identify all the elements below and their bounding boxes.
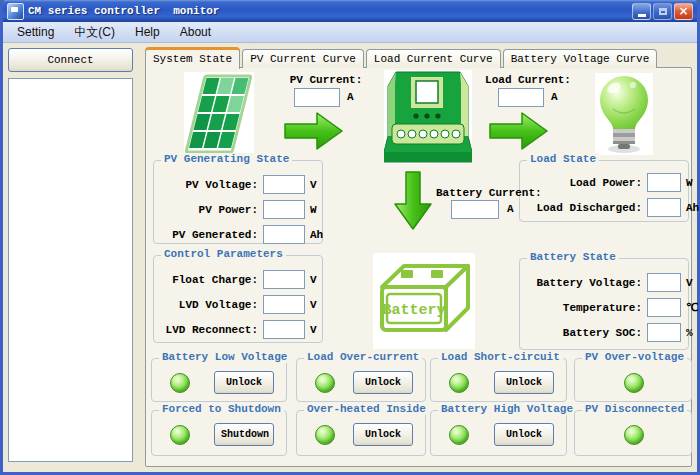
alarm-battery-high-voltage: Battery High Voltage Unlock: [430, 410, 567, 456]
lvd-reconnect-input[interactable]: [263, 320, 305, 339]
alarm-load-short-circuit: Load Short-circuit Unlock: [430, 358, 567, 402]
over-heated-inside-title: Over-heated Inside: [304, 403, 429, 415]
over-heated-inside-led-indicator: [315, 425, 335, 445]
pv-over-voltage-title: PV Over-voltage: [582, 351, 687, 363]
lvd-reconnect-unit: V: [310, 324, 317, 336]
controller-icon: [384, 70, 472, 164]
minimize-button[interactable]: [632, 3, 651, 20]
over-heated-inside-unlock-button[interactable]: Unlock: [353, 423, 413, 446]
battery-high-voltage-unlock-button[interactable]: Unlock: [494, 423, 554, 446]
load-over-current-led-indicator: [315, 373, 335, 393]
battery-icon-text: Battery: [382, 302, 445, 319]
load-power-input[interactable]: [647, 173, 681, 192]
tab-battery-voltage-curve[interactable]: Battery Voltage Curve: [503, 49, 658, 68]
load-short-circuit-title: Load Short-circuit: [438, 351, 563, 363]
temperature-input[interactable]: [647, 298, 681, 317]
control-parameters-title: Control Parameters: [161, 248, 286, 260]
forced-to-shutdown-led-indicator: [170, 425, 190, 445]
pv-generated-input[interactable]: [263, 225, 305, 244]
pv-power-unit: W: [310, 204, 317, 216]
battery-current-unit: A: [507, 203, 514, 215]
battery-low-voltage-unlock-button[interactable]: Unlock: [214, 371, 274, 394]
minimize-icon: [638, 14, 646, 17]
battery-current-input[interactable]: [451, 200, 499, 219]
load-short-circuit-unlock-button[interactable]: Unlock: [494, 371, 554, 394]
maximize-button[interactable]: [653, 3, 672, 20]
window-controls: ×: [632, 3, 693, 20]
pv-power-input[interactable]: [263, 200, 305, 219]
tab-system-state[interactable]: System State: [145, 47, 240, 69]
load-discharged-input[interactable]: [647, 198, 681, 217]
titlebar: CM series controller monitor ×: [3, 0, 697, 22]
client-area: Connect System State PV Current Curve Lo…: [3, 43, 697, 472]
battery-low-voltage-title: Battery Low Voltage: [159, 351, 290, 363]
tab-page-system-state: PV Current: A: [145, 67, 692, 467]
menu-help[interactable]: Help: [125, 24, 170, 40]
pv-current-unit: A: [347, 91, 354, 103]
pv-disconnected-led-indicator: [624, 425, 644, 445]
battery-soc-input[interactable]: [647, 323, 681, 342]
load-power-unit: W: [686, 177, 693, 189]
load-discharged-unit: Ah: [686, 202, 699, 214]
load-current-unit: A: [551, 91, 558, 103]
pv-disconnected-title: PV Disconnected: [582, 403, 687, 415]
float-charge-label: Float Charge:: [154, 274, 258, 286]
pv-current-label: PV Current:: [276, 74, 376, 86]
battery-soc-label: Battery SOC:: [520, 327, 642, 339]
menu-language[interactable]: 中文(C): [64, 23, 125, 42]
alarm-load-over-current: Load Over-current Unlock: [296, 358, 426, 402]
lvd-voltage-unit: V: [310, 299, 317, 311]
tab-pv-current-curve[interactable]: PV Current Curve: [242, 49, 364, 68]
control-parameters-group: Control Parameters Float Charge: V LVD V…: [153, 255, 323, 343]
lvd-voltage-input[interactable]: [263, 295, 305, 314]
pv-voltage-input[interactable]: [263, 175, 305, 194]
battery-low-voltage-led-indicator: [170, 373, 190, 393]
load-state-title: Load State: [527, 153, 599, 165]
app-icon: [7, 3, 24, 20]
battery-state-group: Battery State Battery Voltage: V Tempera…: [519, 258, 689, 350]
battery-current-label: Battery Current:: [436, 187, 542, 199]
load-discharged-label: Load Discharged:: [520, 202, 642, 214]
alarm-pv-over-voltage: PV Over-voltage: [574, 358, 692, 402]
alarm-battery-low-voltage: Battery Low Voltage Unlock: [151, 358, 287, 402]
close-button[interactable]: ×: [674, 3, 693, 20]
battery-voltage-input[interactable]: [647, 273, 681, 292]
float-charge-input[interactable]: [263, 270, 305, 289]
light-bulb-icon: [595, 73, 653, 155]
window-title: CM series controller monitor: [28, 5, 628, 17]
battery-soc-unit: %: [686, 327, 693, 339]
maximize-icon: [659, 8, 667, 15]
pv-current-input[interactable]: [294, 88, 340, 107]
battery-high-voltage-title: Battery High Voltage: [438, 403, 576, 415]
battery-high-voltage-led-indicator: [449, 425, 469, 445]
temperature-unit: ℃: [686, 301, 698, 314]
tab-load-current-curve[interactable]: Load Current Curve: [366, 49, 501, 68]
battery-state-title: Battery State: [527, 251, 619, 263]
flow-arrow-controller-to-load-icon: [488, 110, 550, 152]
float-charge-unit: V: [310, 274, 317, 286]
pv-over-voltage-led-indicator: [624, 373, 644, 393]
load-over-current-unlock-button[interactable]: Unlock: [353, 371, 413, 394]
lvd-voltage-label: LVD Voltage:: [154, 299, 258, 311]
pv-power-label: PV Power:: [154, 204, 258, 216]
battery-voltage-unit: V: [686, 277, 693, 289]
tabstrip: System State PV Current Curve Load Curre…: [145, 47, 659, 68]
battery-voltage-label: Battery Voltage:: [520, 277, 642, 289]
menubar: Setting 中文(C) Help About: [3, 22, 697, 43]
menu-about[interactable]: About: [170, 24, 221, 40]
solar-panel-icon: [184, 72, 254, 156]
alarm-over-heated-inside: Over-heated Inside Unlock: [296, 410, 426, 456]
forced-to-shutdown-button[interactable]: Shutdown: [214, 423, 274, 446]
device-list[interactable]: [8, 78, 133, 462]
load-current-input[interactable]: [498, 88, 544, 107]
pv-generating-state-title: PV Generating State: [161, 153, 292, 165]
forced-to-shutdown-title: Forced to Shutdown: [159, 403, 284, 415]
pv-generating-state-group: PV Generating State PV Voltage: V PV Pow…: [153, 160, 323, 244]
menu-setting[interactable]: Setting: [7, 24, 64, 40]
load-state-group: Load State Load Power: W Load Discharged…: [519, 160, 689, 222]
connect-button[interactable]: Connect: [8, 48, 133, 72]
alarm-pv-disconnected: PV Disconnected: [574, 410, 692, 456]
lvd-reconnect-label: LVD Reconnect:: [154, 324, 258, 336]
app-window: CM series controller monitor × Setting 中…: [0, 0, 700, 475]
temperature-label: Temperature:: [520, 302, 642, 314]
